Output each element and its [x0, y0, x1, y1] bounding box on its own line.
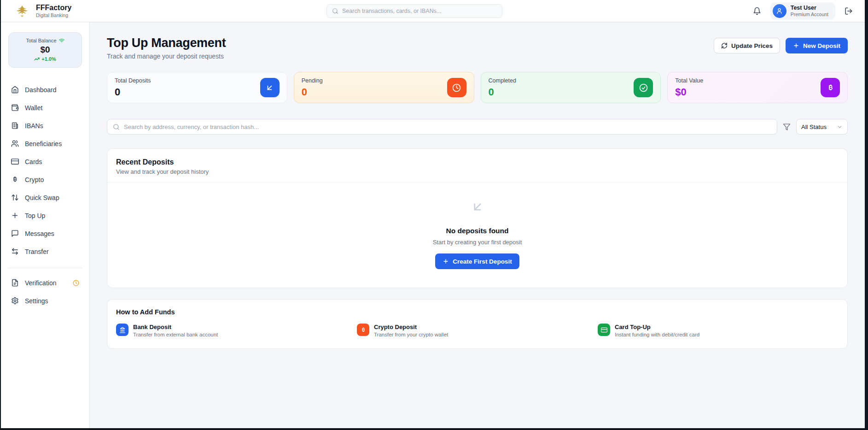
person-icon — [776, 7, 783, 14]
sidebar-item-top-up[interactable]: Top Up — [8, 206, 82, 224]
empty-state: No deposits found Start by creating your… — [107, 183, 847, 288]
wifi-icon — [59, 38, 64, 43]
bitcoin-icon — [11, 176, 19, 183]
page-title: Top Up Management — [107, 36, 226, 50]
balance-amount: $0 — [12, 45, 78, 55]
how-to-title: How to Add Funds — [116, 308, 839, 316]
method-bank-deposit[interactable]: Bank Deposit Transfer from external bank… — [116, 324, 357, 337]
global-search[interactable] — [326, 4, 502, 18]
top-header: FFFactory Digital Banking Test User Prem… — [1, 0, 865, 22]
method-crypto-deposit[interactable]: Crypto Deposit Transfer from your crypto… — [357, 324, 598, 337]
sidebar-item-quick-swap[interactable]: Quick Swap — [8, 188, 82, 206]
credit-card-icon — [598, 324, 610, 336]
sidebar-item-crypto[interactable]: Crypto — [8, 171, 82, 188]
new-deposit-button[interactable]: New Deposit — [786, 38, 848, 53]
page-subtitle: Track and manage your deposit requests — [107, 53, 226, 60]
users-icon — [11, 140, 19, 147]
bank-icon — [11, 122, 19, 130]
sidebar: Total Balance $0 +1.0% Dashboard Wallet — [1, 22, 90, 428]
user-menu[interactable]: Test User Premium Account — [770, 2, 835, 20]
bitcoin-icon — [357, 324, 369, 336]
funnel-icon — [783, 123, 791, 131]
arrow-down-left-icon — [471, 200, 484, 216]
home-icon — [11, 86, 19, 94]
create-first-deposit-button[interactable]: Create First Deposit — [435, 253, 519, 269]
stat-card-total-deposits: Total Deposits 0 — [107, 72, 287, 103]
check-circle-icon — [634, 78, 653, 97]
plus-icon — [443, 258, 449, 265]
deposit-search-input[interactable] — [124, 124, 771, 130]
sidebar-item-transfer[interactable]: Transfer — [8, 242, 82, 260]
empty-title: No deposits found — [446, 227, 508, 235]
arrow-left-right-icon — [11, 247, 19, 255]
trending-up-icon — [34, 56, 40, 62]
recent-deposits-panel: Recent Deposits View and track your depo… — [107, 148, 848, 288]
clock-icon — [447, 78, 466, 97]
brand: FFFactory Digital Banking — [13, 3, 71, 19]
sidebar-item-dashboard[interactable]: Dashboard — [8, 81, 82, 99]
stats-row: Total Deposits 0 Pending 0 — [107, 72, 848, 103]
file-text-icon — [11, 279, 19, 287]
eagle-logo-icon — [13, 3, 31, 19]
chevron-down-icon — [837, 124, 843, 130]
sidebar-footer-nav: Verification Settings — [8, 274, 82, 310]
message-square-icon — [11, 230, 19, 237]
method-card-top-up[interactable]: Card Top-Up Instant funding with debit/c… — [598, 324, 839, 337]
balance-label: Total Balance — [26, 38, 56, 43]
gear-icon — [11, 297, 19, 305]
user-plan: Premium Account — [791, 12, 828, 17]
sidebar-item-cards[interactable]: Cards — [8, 153, 82, 171]
main-content: Top Up Management Track and manage your … — [90, 22, 865, 428]
bank-icon — [116, 324, 128, 336]
arrow-up-down-icon — [11, 194, 19, 201]
logout-button[interactable] — [845, 7, 853, 15]
plus-icon — [11, 212, 19, 219]
recent-deposits-subtitle: View and track your deposit history — [116, 168, 839, 175]
stat-card-pending: Pending 0 — [294, 72, 474, 103]
total-balance-card: Total Balance $0 +1.0% — [8, 32, 82, 68]
filter-button[interactable] — [783, 123, 791, 131]
sidebar-item-settings[interactable]: Settings — [8, 292, 82, 310]
global-search-input[interactable] — [342, 8, 497, 14]
deposit-search[interactable] — [107, 119, 777, 135]
logout-icon — [845, 7, 853, 15]
user-avatar — [773, 4, 786, 18]
refresh-icon — [721, 42, 728, 49]
notifications-button[interactable] — [753, 7, 761, 15]
stat-card-total-value: Total Value $0 — [667, 72, 848, 103]
empty-subtitle: Start by creating your first deposit — [433, 239, 522, 246]
how-to-add-funds-panel: How to Add Funds Bank Deposit Transfer f… — [107, 299, 848, 349]
wallet-icon — [11, 104, 19, 112]
brand-tagline: Digital Banking — [36, 12, 71, 18]
search-icon — [332, 8, 338, 14]
update-prices-button[interactable]: Update Prices — [714, 38, 780, 53]
recent-deposits-title: Recent Deposits — [116, 158, 839, 166]
balance-change: +1.0% — [12, 56, 78, 62]
search-icon — [113, 124, 120, 130]
arrow-down-left-icon — [260, 78, 280, 97]
sidebar-nav: Dashboard Wallet IBANs Beneficiaries Car… — [8, 81, 82, 260]
sidebar-item-messages[interactable]: Messages — [8, 224, 82, 242]
stat-card-completed: Completed 0 — [481, 72, 661, 103]
bitcoin-icon — [821, 78, 840, 97]
app-window: FFFactory Digital Banking Test User Prem… — [1, 0, 865, 428]
sidebar-item-beneficiaries[interactable]: Beneficiaries — [8, 135, 82, 153]
sidebar-item-wallet[interactable]: Wallet — [8, 99, 82, 117]
verification-pending-icon — [73, 280, 79, 286]
sidebar-divider — [8, 268, 82, 268]
bell-icon — [753, 7, 761, 15]
filter-row: All Status — [107, 119, 848, 135]
sidebar-item-verification[interactable]: Verification — [8, 274, 82, 292]
plus-icon — [793, 42, 799, 49]
credit-card-icon — [11, 158, 19, 165]
sidebar-item-ibans[interactable]: IBANs — [8, 117, 82, 135]
brand-name: FFFactory — [36, 4, 71, 12]
user-name: Test User — [791, 5, 828, 12]
status-filter-select[interactable]: All Status — [796, 119, 848, 135]
